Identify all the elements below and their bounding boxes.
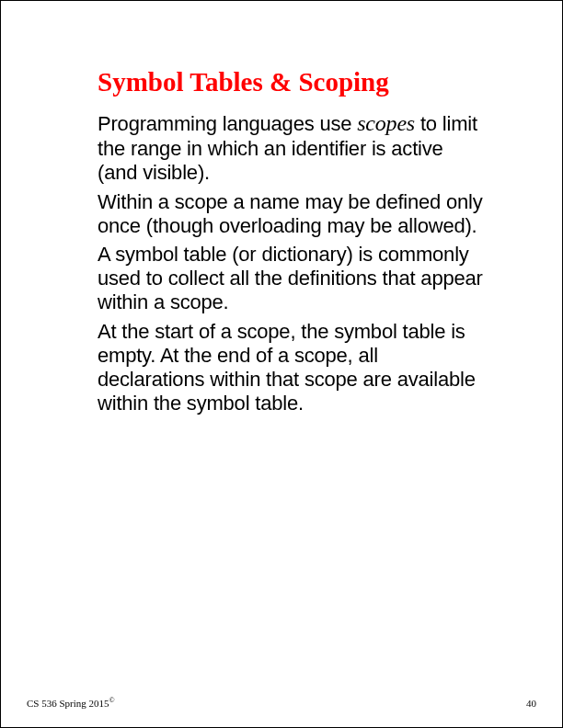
content-area: Symbol Tables & Scoping Programming lang… — [98, 67, 484, 421]
paragraph-2: Within a scope a name may be defined onl… — [98, 190, 484, 238]
slide-page: Symbol Tables & Scoping Programming lang… — [0, 0, 563, 728]
paragraph-4: At the start of a scope, the symbol tabl… — [98, 320, 484, 415]
p1-pre: Programming languages use — [98, 112, 357, 135]
footer-course: CS 536 Spring 2015© — [27, 696, 115, 709]
slide-title: Symbol Tables & Scoping — [98, 67, 484, 97]
paragraph-1: Programming languages use scopes to limi… — [98, 110, 484, 184]
p1-em: scopes — [357, 111, 415, 135]
copyright-icon: © — [109, 696, 115, 704]
page-number: 40 — [526, 698, 536, 709]
paragraph-3: A symbol table (or dictionary) is common… — [98, 243, 484, 314]
footer-course-text: CS 536 Spring 2015 — [27, 698, 109, 709]
